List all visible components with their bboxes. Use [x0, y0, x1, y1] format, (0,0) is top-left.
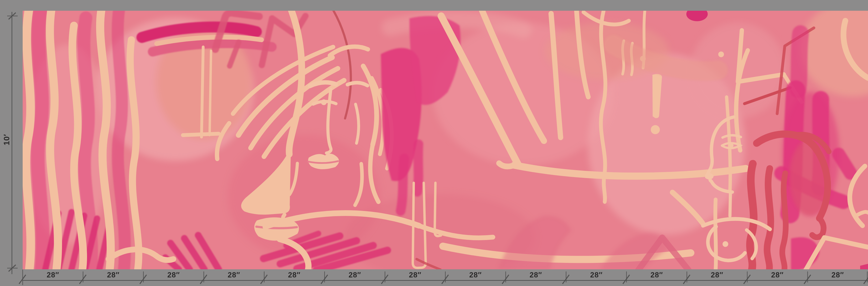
width-dimension-label: 28″: [643, 270, 671, 280]
width-dimension-label: 28″: [401, 270, 430, 280]
width-dimension-label: 28″: [461, 270, 490, 280]
width-dimension-label: 28″: [582, 270, 611, 280]
width-dimension-label: 28″: [99, 270, 128, 280]
width-dimension-label: 28″: [763, 270, 792, 280]
wallpaper-preview: 10′ 28″ 28″ 28″ 28″ 28″ 28″ 28″ 28″ 28″ …: [0, 0, 868, 286]
width-dimension-label: 28″: [280, 270, 309, 280]
width-dimension-label: 28″: [39, 270, 67, 280]
height-dimension-label: 10′: [2, 125, 11, 154]
bottom-dimension-line: [19, 269, 868, 285]
width-dimension-label: 28″: [824, 270, 852, 280]
width-dimension-label: 28″: [220, 270, 248, 280]
width-dimension-label: 28″: [703, 270, 731, 280]
width-dimension-label: 28″: [159, 270, 188, 280]
width-dimension-label: 28″: [522, 270, 550, 280]
mural-artwork: [23, 11, 868, 269]
width-dimension-label: 28″: [341, 270, 369, 280]
